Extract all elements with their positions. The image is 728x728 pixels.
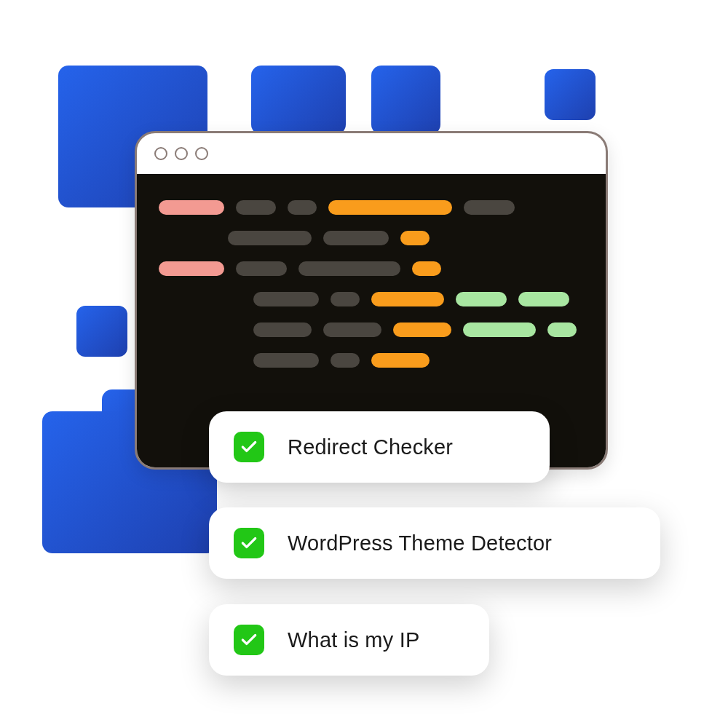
code-line [253, 353, 584, 368]
code-line [159, 200, 584, 215]
decor-square [371, 66, 440, 135]
decor-square [76, 306, 127, 357]
decor-square [251, 66, 346, 135]
code-line [253, 323, 584, 337]
window-header [137, 133, 606, 174]
feature-card-what-is-my-ip[interactable]: What is my IP [209, 604, 489, 676]
feature-label: What is my IP [288, 628, 419, 652]
feature-label: Redirect Checker [288, 435, 453, 459]
window-control-icon [195, 147, 208, 160]
window-control-icon [175, 147, 188, 160]
window-control-icon [154, 147, 167, 160]
check-icon [234, 625, 264, 655]
feature-label: WordPress Theme Detector [288, 531, 552, 555]
decor-square [545, 69, 596, 120]
check-icon [234, 528, 264, 558]
code-line [228, 231, 584, 245]
feature-card-wordpress-detector[interactable]: WordPress Theme Detector [209, 507, 660, 579]
code-line [253, 292, 584, 306]
feature-card-redirect-checker[interactable]: Redirect Checker [209, 411, 550, 483]
code-line [159, 261, 584, 276]
check-icon [234, 432, 264, 462]
